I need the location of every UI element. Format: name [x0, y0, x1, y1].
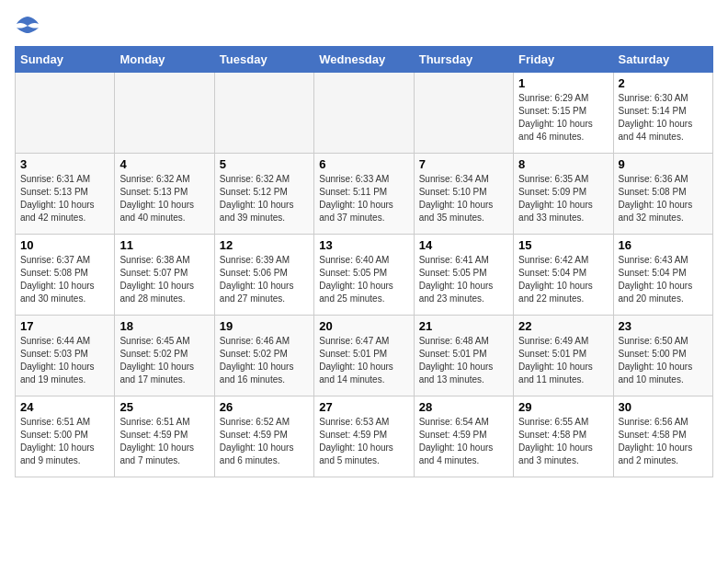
- column-header-thursday: Thursday: [414, 47, 513, 73]
- day-number: 16: [619, 238, 708, 252]
- calendar-header-row: SundayMondayTuesdayWednesdayThursdayFrid…: [16, 47, 713, 73]
- day-number: 13: [319, 238, 408, 252]
- calendar-table: SundayMondayTuesdayWednesdayThursdayFrid…: [15, 46, 713, 477]
- day-info: Sunrise: 6:32 AM Sunset: 5:13 PM Dayligh…: [119, 173, 209, 224]
- calendar-cell: 20Sunrise: 6:47 AM Sunset: 5:01 PM Dayli…: [314, 316, 414, 396]
- calendar-cell: 9Sunrise: 6:36 AM Sunset: 5:08 PM Daylig…: [613, 154, 712, 235]
- day-info: Sunrise: 6:35 AM Sunset: 5:09 PM Dayligh…: [518, 173, 608, 224]
- day-info: Sunrise: 6:43 AM Sunset: 5:04 PM Dayligh…: [619, 254, 708, 305]
- day-number: 2: [619, 76, 708, 90]
- day-number: 30: [619, 400, 708, 414]
- column-header-friday: Friday: [514, 47, 613, 73]
- day-info: Sunrise: 6:38 AM Sunset: 5:07 PM Dayligh…: [119, 254, 209, 305]
- day-number: 28: [419, 400, 508, 414]
- column-header-sunday: Sunday: [16, 47, 115, 73]
- day-info: Sunrise: 6:31 AM Sunset: 5:13 PM Dayligh…: [20, 173, 109, 224]
- day-info: Sunrise: 6:32 AM Sunset: 5:12 PM Dayligh…: [220, 173, 309, 224]
- day-number: 29: [518, 400, 608, 414]
- calendar-cell: 19Sunrise: 6:46 AM Sunset: 5:02 PM Dayli…: [214, 316, 313, 396]
- day-number: 21: [419, 319, 508, 333]
- day-info: Sunrise: 6:34 AM Sunset: 5:10 PM Dayligh…: [419, 173, 508, 224]
- day-info: Sunrise: 6:37 AM Sunset: 5:08 PM Dayligh…: [20, 254, 109, 305]
- day-info: Sunrise: 6:51 AM Sunset: 4:59 PM Dayligh…: [119, 416, 209, 467]
- calendar-cell: 25Sunrise: 6:51 AM Sunset: 4:59 PM Dayli…: [115, 396, 214, 477]
- calendar-cell: 13Sunrise: 6:40 AM Sunset: 5:05 PM Dayli…: [314, 235, 414, 316]
- column-header-wednesday: Wednesday: [314, 47, 414, 73]
- calendar-week-row: 24Sunrise: 6:51 AM Sunset: 5:00 PM Dayli…: [16, 396, 713, 477]
- calendar-body: 1Sunrise: 6:29 AM Sunset: 5:15 PM Daylig…: [16, 73, 713, 477]
- calendar-cell: [314, 73, 414, 154]
- calendar-cell: 30Sunrise: 6:56 AM Sunset: 4:58 PM Dayli…: [613, 396, 712, 477]
- day-info: Sunrise: 6:30 AM Sunset: 5:14 PM Dayligh…: [619, 92, 708, 144]
- day-number: 12: [220, 238, 309, 252]
- day-number: 9: [619, 157, 708, 171]
- calendar-cell: [414, 73, 513, 154]
- day-number: 6: [319, 157, 408, 171]
- calendar-cell: 15Sunrise: 6:42 AM Sunset: 5:04 PM Dayli…: [514, 235, 613, 316]
- day-number: 10: [20, 238, 109, 252]
- day-info: Sunrise: 6:49 AM Sunset: 5:01 PM Dayligh…: [518, 335, 608, 386]
- calendar-cell: 2Sunrise: 6:30 AM Sunset: 5:14 PM Daylig…: [613, 73, 712, 154]
- calendar-cell: 16Sunrise: 6:43 AM Sunset: 5:04 PM Dayli…: [613, 235, 712, 316]
- day-number: 11: [119, 238, 209, 252]
- day-info: Sunrise: 6:47 AM Sunset: 5:01 PM Dayligh…: [319, 335, 408, 386]
- day-info: Sunrise: 6:50 AM Sunset: 5:00 PM Dayligh…: [619, 335, 708, 386]
- calendar-cell: 23Sunrise: 6:50 AM Sunset: 5:00 PM Dayli…: [613, 316, 712, 396]
- calendar-cell: [16, 73, 115, 154]
- day-info: Sunrise: 6:44 AM Sunset: 5:03 PM Dayligh…: [20, 335, 109, 386]
- day-number: 7: [419, 157, 508, 171]
- day-number: 17: [20, 319, 109, 333]
- calendar-cell: 3Sunrise: 6:31 AM Sunset: 5:13 PM Daylig…: [16, 154, 115, 235]
- day-number: 5: [220, 157, 309, 171]
- day-info: Sunrise: 6:52 AM Sunset: 4:59 PM Dayligh…: [220, 416, 309, 467]
- day-info: Sunrise: 6:29 AM Sunset: 5:15 PM Dayligh…: [518, 92, 608, 144]
- calendar-week-row: 3Sunrise: 6:31 AM Sunset: 5:13 PM Daylig…: [16, 154, 713, 235]
- calendar-cell: 22Sunrise: 6:49 AM Sunset: 5:01 PM Dayli…: [514, 316, 613, 396]
- calendar-cell: 5Sunrise: 6:32 AM Sunset: 5:12 PM Daylig…: [214, 154, 313, 235]
- calendar-cell: [115, 73, 214, 154]
- day-info: Sunrise: 6:40 AM Sunset: 5:05 PM Dayligh…: [319, 254, 408, 305]
- day-info: Sunrise: 6:39 AM Sunset: 5:06 PM Dayligh…: [220, 254, 309, 305]
- day-number: 1: [518, 76, 608, 90]
- column-header-monday: Monday: [115, 47, 214, 73]
- day-number: 8: [518, 157, 608, 171]
- calendar-cell: [214, 73, 313, 154]
- day-number: 20: [319, 319, 408, 333]
- calendar-week-row: 17Sunrise: 6:44 AM Sunset: 5:03 PM Dayli…: [16, 316, 713, 396]
- calendar-week-row: 1Sunrise: 6:29 AM Sunset: 5:15 PM Daylig…: [16, 73, 713, 154]
- day-info: Sunrise: 6:48 AM Sunset: 5:01 PM Dayligh…: [419, 335, 508, 386]
- day-info: Sunrise: 6:33 AM Sunset: 5:11 PM Dayligh…: [319, 173, 408, 224]
- day-number: 23: [619, 319, 708, 333]
- day-info: Sunrise: 6:51 AM Sunset: 5:00 PM Dayligh…: [20, 416, 109, 467]
- day-number: 22: [518, 319, 608, 333]
- day-info: Sunrise: 6:54 AM Sunset: 4:59 PM Dayligh…: [419, 416, 508, 467]
- calendar-cell: 28Sunrise: 6:54 AM Sunset: 4:59 PM Dayli…: [414, 396, 513, 477]
- calendar-cell: 27Sunrise: 6:53 AM Sunset: 4:59 PM Dayli…: [314, 396, 414, 477]
- day-info: Sunrise: 6:42 AM Sunset: 5:04 PM Dayligh…: [518, 254, 608, 305]
- day-info: Sunrise: 6:53 AM Sunset: 4:59 PM Dayligh…: [319, 416, 408, 467]
- day-number: 27: [319, 400, 408, 414]
- column-header-saturday: Saturday: [613, 47, 712, 73]
- logo-bird-icon: [15, 15, 40, 35]
- column-header-tuesday: Tuesday: [214, 47, 313, 73]
- day-info: Sunrise: 6:46 AM Sunset: 5:02 PM Dayligh…: [220, 335, 309, 386]
- calendar-cell: 10Sunrise: 6:37 AM Sunset: 5:08 PM Dayli…: [16, 235, 115, 316]
- day-number: 26: [220, 400, 309, 414]
- header: [15, 15, 713, 35]
- day-number: 25: [119, 400, 209, 414]
- day-number: 19: [220, 319, 309, 333]
- calendar-cell: 1Sunrise: 6:29 AM Sunset: 5:15 PM Daylig…: [514, 73, 613, 154]
- calendar-cell: 24Sunrise: 6:51 AM Sunset: 5:00 PM Dayli…: [16, 396, 115, 477]
- calendar-cell: 8Sunrise: 6:35 AM Sunset: 5:09 PM Daylig…: [514, 154, 613, 235]
- day-info: Sunrise: 6:36 AM Sunset: 5:08 PM Dayligh…: [619, 173, 708, 224]
- day-number: 18: [119, 319, 209, 333]
- day-number: 14: [419, 238, 508, 252]
- calendar-cell: 14Sunrise: 6:41 AM Sunset: 5:05 PM Dayli…: [414, 235, 513, 316]
- day-number: 4: [119, 157, 209, 171]
- logo: [15, 15, 44, 35]
- calendar-cell: 12Sunrise: 6:39 AM Sunset: 5:06 PM Dayli…: [214, 235, 313, 316]
- day-number: 15: [518, 238, 608, 252]
- calendar-week-row: 10Sunrise: 6:37 AM Sunset: 5:08 PM Dayli…: [16, 235, 713, 316]
- calendar-cell: 7Sunrise: 6:34 AM Sunset: 5:10 PM Daylig…: [414, 154, 513, 235]
- calendar-cell: 18Sunrise: 6:45 AM Sunset: 5:02 PM Dayli…: [115, 316, 214, 396]
